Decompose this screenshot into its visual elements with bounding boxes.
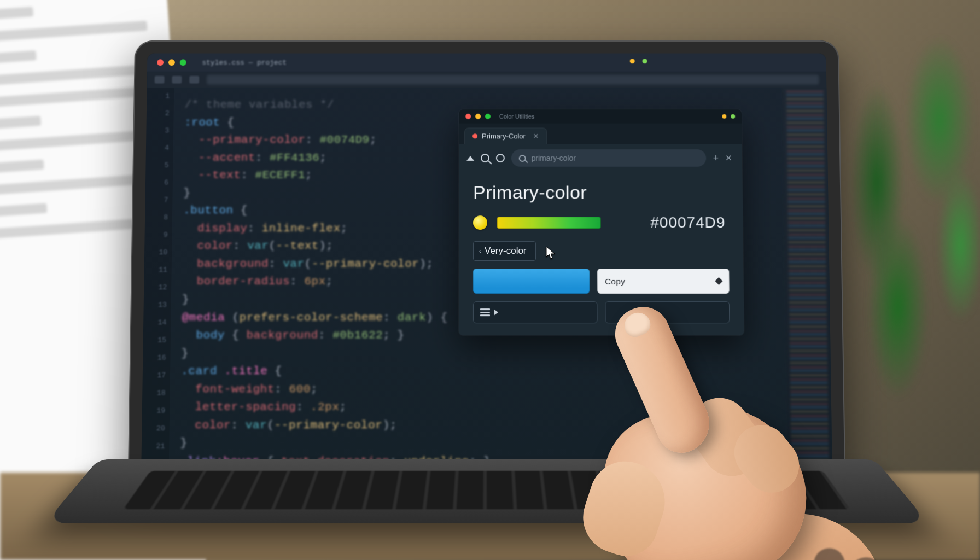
variant-dropdown-button[interactable]: ‹ Very-color (473, 241, 536, 261)
format-menu-button[interactable] (473, 301, 598, 323)
code-line: letter-spacing: .2px; (180, 399, 831, 417)
swatch-row: Copy (473, 269, 730, 294)
tab-close-icon[interactable]: ✕ (533, 132, 539, 140)
tab-modified-dot-icon (472, 133, 477, 138)
copy-button-label: Copy (605, 276, 625, 285)
collapse-up-icon[interactable] (466, 156, 474, 161)
minimap[interactable] (783, 88, 832, 464)
code-line: .card .title { (181, 363, 831, 381)
search-inline-icon (519, 155, 526, 162)
popup-minimize-icon[interactable] (475, 114, 481, 119)
search-actions: + ✕ (713, 153, 735, 163)
variant-label: Very-color (485, 246, 527, 256)
color-inspector-popup: Color Utilities Primary-Color ✕ (459, 109, 744, 335)
clear-icon[interactable]: ✕ (725, 153, 732, 163)
search-input[interactable] (532, 154, 699, 162)
laptop-keyboard-deck (45, 459, 929, 523)
toolbar-view-icon[interactable] (189, 76, 199, 84)
add-icon[interactable]: + (713, 153, 719, 163)
popup-window-title: Color Utilities (499, 113, 534, 120)
action-slots-row (473, 301, 730, 323)
status-dot-warning-icon (722, 114, 726, 119)
list-icon (480, 308, 490, 316)
status-dot-ok-icon (731, 114, 735, 119)
traffic-light-minimize-icon[interactable] (168, 59, 175, 66)
hex-value-label: #00074D9 (650, 214, 728, 231)
hue-gradient-slider[interactable] (497, 217, 601, 229)
popup-body: Primary-color #00074D9 ‹ Very-color (459, 172, 744, 336)
popup-zoom-icon[interactable] (485, 114, 491, 119)
resolved-color-swatch[interactable] (473, 269, 590, 294)
chevron-left-icon: ‹ (479, 247, 481, 255)
color-swatch-dot[interactable] (473, 215, 487, 230)
variant-row: ‹ Very-color (473, 241, 729, 261)
editor-titlebar: styles.css — project (147, 54, 826, 72)
target-icon[interactable] (496, 154, 505, 162)
screen-bezel: styles.css — project 12345 678910 111213… (141, 54, 832, 465)
editor-filename: styles.css — project (202, 59, 287, 67)
popup-titlebar: Color Utilities (459, 109, 742, 124)
laptop-screen-shell: styles.css — project 12345 678910 111213… (128, 40, 845, 478)
search-icon[interactable] (481, 154, 489, 162)
tab-label: Primary-Color (482, 132, 526, 140)
search-field-wrapper[interactable] (511, 149, 707, 167)
popup-tab-bar: Primary-Color ✕ (459, 124, 742, 144)
editor-toolbar (147, 72, 827, 88)
traffic-light-close-icon[interactable] (157, 59, 164, 66)
popup-search-row: + ✕ (459, 144, 742, 172)
code-line: color: var(--primary-color); (180, 417, 832, 435)
copy-diamond-icon (715, 277, 722, 285)
toolbar-nav-back-icon[interactable] (155, 76, 165, 84)
color-value-row: #00074D9 (473, 214, 728, 231)
code-line: } (181, 345, 830, 363)
chevron-right-icon (494, 310, 498, 315)
traffic-light-zoom-icon[interactable] (180, 59, 186, 66)
variable-name-heading: Primary-color (473, 182, 728, 203)
editor-indicator-dots (630, 59, 648, 63)
copy-button[interactable]: Copy (597, 269, 730, 294)
code-line: } (180, 435, 832, 453)
toolbar-nav-fwd-icon[interactable] (172, 76, 182, 84)
empty-slot[interactable] (605, 301, 730, 323)
code-line: font-weight: 600; (181, 381, 831, 399)
editor-path-field[interactable] (207, 75, 819, 85)
tab-primary-color[interactable]: Primary-Color ✕ (464, 128, 547, 144)
popup-close-icon[interactable] (465, 114, 471, 119)
laptop: styles.css — project 12345 678910 111213… (98, 38, 875, 541)
